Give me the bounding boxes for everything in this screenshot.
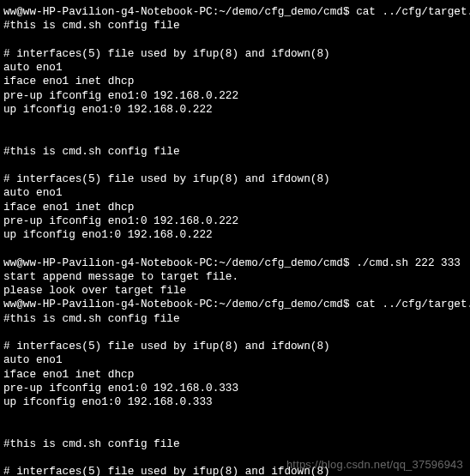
terminal-line bbox=[3, 326, 467, 340]
terminal-line: iface eno1 inet dhcp bbox=[3, 368, 467, 382]
terminal-line: up ifconfig eno1:0 192.168.0.222 bbox=[3, 228, 467, 242]
terminal-line bbox=[3, 242, 467, 256]
terminal-line bbox=[3, 424, 467, 437]
terminal-line bbox=[3, 117, 467, 130]
terminal-line bbox=[3, 33, 467, 47]
terminal-line: start append message to target file. bbox=[3, 270, 467, 284]
terminal-output[interactable]: ww@ww-HP-Pavilion-g4-Notebook-PC:~/demo/… bbox=[3, 5, 467, 476]
terminal-line: pre-up ifconfig eno1:0 192.168.0.333 bbox=[3, 382, 467, 395]
terminal-line: ww@ww-HP-Pavilion-g4-Notebook-PC:~/demo/… bbox=[3, 298, 467, 311]
terminal-line bbox=[3, 409, 467, 423]
terminal-line: pre-up ifconfig eno1:0 192.168.0.222 bbox=[3, 214, 467, 228]
terminal-line: # interfaces(5) file used by ifup(8) and… bbox=[3, 465, 467, 476]
terminal-line: pre-up ifconfig eno1:0 192.168.0.222 bbox=[3, 89, 467, 103]
terminal-line: #this is cmd.sh config file bbox=[3, 145, 467, 159]
terminal-line: auto eno1 bbox=[3, 61, 467, 75]
terminal-line: ww@ww-HP-Pavilion-g4-Notebook-PC:~/demo/… bbox=[3, 5, 467, 19]
terminal-line: auto eno1 bbox=[3, 186, 467, 200]
terminal-line: #this is cmd.sh config file bbox=[3, 437, 467, 451]
terminal-line: # interfaces(5) file used by ifup(8) and… bbox=[3, 47, 467, 61]
terminal-line: up ifconfig eno1:0 192.168.0.333 bbox=[3, 395, 467, 409]
terminal-line: ww@ww-HP-Pavilion-g4-Notebook-PC:~/demo/… bbox=[3, 256, 467, 270]
terminal-line bbox=[3, 451, 467, 465]
terminal-line bbox=[3, 130, 467, 144]
terminal-line: #this is cmd.sh config file bbox=[3, 312, 467, 326]
terminal-line: up ifconfig eno1:0 192.168.0.222 bbox=[3, 103, 467, 117]
terminal-line: iface eno1 inet dhcp bbox=[3, 201, 467, 214]
terminal-line: please look over target file bbox=[3, 284, 467, 298]
terminal-line: iface eno1 inet dhcp bbox=[3, 75, 467, 88]
terminal-line: # interfaces(5) file used by ifup(8) and… bbox=[3, 172, 467, 186]
terminal-line: # interfaces(5) file used by ifup(8) and… bbox=[3, 340, 467, 353]
terminal-line bbox=[3, 159, 467, 172]
terminal-line: #this is cmd.sh config file bbox=[3, 19, 467, 33]
terminal-line: auto eno1 bbox=[3, 353, 467, 367]
